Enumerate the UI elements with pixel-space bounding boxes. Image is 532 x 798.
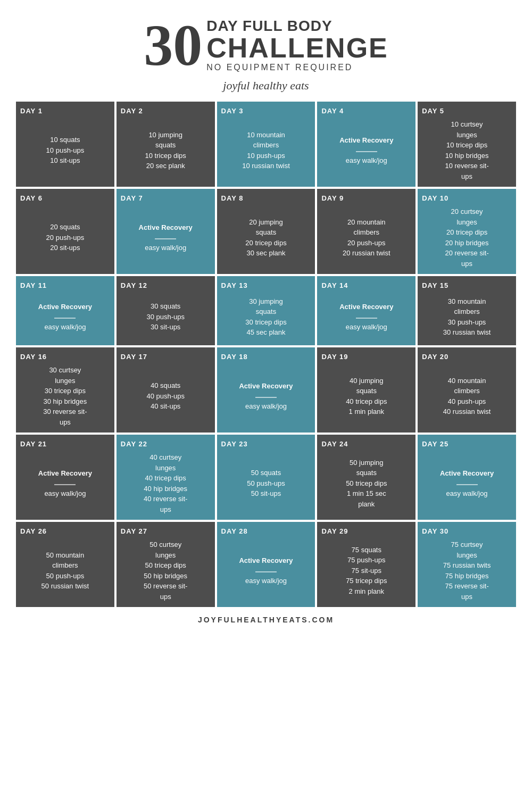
day-content: 20 squats20 push-ups20 sit-ups (46, 206, 85, 269)
day-content: Active Recoveryeasy walk/jog (139, 206, 193, 269)
day-content: 20 jumpingsquats20 tricep dips30 sec pla… (245, 206, 286, 269)
day-line-3: 10 russian twist (242, 161, 290, 171)
day-line-2: 40 sit-ups (151, 401, 180, 412)
day-line-3: 20 hip bridges (445, 238, 489, 248)
day-content: 30 mountainclimbers30 push-ups30 russian… (443, 294, 491, 340)
day-line-1: squats (356, 386, 377, 396)
day-content: 40 mountainclimbers40 push-ups40 russian… (443, 365, 491, 427)
day-content: Active Recoveryeasy walk/jog (440, 452, 494, 514)
day-content: 10 curtseylunges10 tricep dips10 hip bri… (445, 119, 488, 181)
day-cell-27: DAY 2750 curtseylunges50 tricep dips50 h… (117, 522, 215, 607)
day-label: DAY 20 (422, 353, 448, 361)
day-label: DAY 23 (221, 440, 248, 448)
day-line-1: climbers (52, 560, 78, 571)
day-line-2: 10 tricep dips (145, 151, 186, 161)
day-line-1: lunges (155, 550, 176, 561)
recovery-subtitle: easy walk/jog (44, 322, 86, 332)
divider (155, 238, 176, 239)
day-line-5: ups (60, 417, 71, 428)
day-line-5: ups (461, 171, 472, 182)
day-line-1: climbers (354, 227, 379, 238)
day-content: 40 squats40 push-ups40 sit-ups (146, 365, 185, 427)
day-content: 10 jumpingsquats10 tricep dips20 sec pla… (145, 119, 186, 181)
divider (255, 571, 277, 572)
day-line-1: squats (155, 140, 176, 151)
day-cell-3: DAY 310 mountainclimbers10 push-ups10 ru… (217, 102, 315, 187)
day-line-3: 75 tricep dips (346, 576, 387, 586)
day-line-1: 50 push-ups (247, 478, 285, 489)
day-content: 30 curtseylunges30 tricep dips30 hip bri… (43, 365, 87, 427)
day-content: 30 squats30 push-ups30 sit-ups (146, 294, 185, 340)
recovery-subtitle: easy walk/jog (346, 322, 387, 332)
day-label: DAY 29 (321, 527, 348, 535)
day-line-2: 40 push-ups (448, 396, 486, 407)
day-line-2: 50 tricep dips (346, 478, 387, 489)
day-cell-17: DAY 1740 squats40 push-ups40 sit-ups (117, 347, 215, 433)
day-label: DAY 22 (121, 440, 147, 448)
header-line2: CHALLENGE (206, 34, 388, 62)
day-label: DAY 6 (20, 194, 43, 202)
header-top: 30 DAY FULL BODY CHALLENGE NO EQUIPMENT … (16, 16, 516, 74)
day-content: Active Recoveryeasy walk/jog (339, 294, 393, 340)
page: 30 DAY FULL BODY CHALLENGE NO EQUIPMENT … (0, 0, 532, 644)
day-label: DAY 5 (422, 107, 444, 115)
day-line-2: 30 tricep dips (45, 386, 86, 396)
day-line-3: 1 min plank (349, 406, 384, 417)
day-label: DAY 3 (221, 107, 244, 115)
day-cell-9: DAY 920 mountainclimbers20 push-ups20 ru… (317, 189, 415, 274)
recovery-subtitle: easy walk/jog (145, 243, 186, 253)
day-line-3: 40 russian twist (443, 406, 491, 417)
day-content: 75 curtseylunges75 russian twits75 hip b… (443, 539, 491, 602)
day-label: DAY 7 (121, 194, 143, 202)
day-line-2: 10 tricep dips (446, 140, 487, 151)
day-line-3: 30 hip bridges (44, 396, 87, 407)
day-cell-18: DAY 18Active Recoveryeasy walk/jog (217, 347, 315, 433)
day-line-2: 10 push-ups (247, 151, 285, 161)
day-line-0: 50 jumping (350, 458, 384, 468)
recovery-title: Active Recovery (239, 381, 293, 392)
day-cell-1: DAY 110 squats10 push-ups10 sit-ups (16, 102, 114, 187)
day-line-2: 50 tricep dips (145, 560, 186, 571)
day-line-3: 20 russian twist (343, 248, 390, 259)
day-cell-29: DAY 2975 squats75 push-ups75 sit-ups75 t… (317, 522, 415, 607)
day-line-0: 20 jumping (249, 217, 283, 228)
day-line-1: 30 push-ups (146, 312, 185, 322)
day-line-3: 45 sec plank (246, 327, 285, 338)
day-line-2: 75 russian twits (443, 560, 491, 571)
day-line-0: 50 mountain (46, 550, 85, 561)
day-line-3: 20 sec plank (146, 161, 185, 171)
day-cell-25: DAY 25Active Recoveryeasy walk/jog (418, 435, 516, 520)
day-content: 40 curtseylunges40 tricep dips40 hip bri… (144, 452, 187, 514)
day-line-2: 20 sit-ups (50, 243, 80, 253)
day-line-2: 30 tricep dips (245, 317, 286, 328)
day-line-2: 50 sit-ups (251, 488, 281, 499)
day-cell-26: DAY 2650 mountainclimbers50 push-ups50 r… (16, 522, 114, 607)
day-content: 50 jumpingsquats50 tricep dips1 min 15 s… (346, 452, 387, 514)
day-line-0: 30 squats (151, 301, 180, 312)
divider (54, 318, 76, 319)
day-line-5: ups (160, 504, 171, 515)
day-line-1: 10 push-ups (46, 145, 85, 156)
day-cell-23: DAY 2350 squats50 push-ups50 sit-ups (217, 435, 315, 520)
day-content: Active Recoveryeasy walk/jog (239, 539, 293, 602)
day-label: DAY 2 (121, 107, 143, 115)
recovery-title: Active Recovery (339, 302, 393, 312)
day-line-4: 75 reverse sit- (445, 581, 488, 592)
day-label: DAY 8 (221, 194, 244, 202)
day-line-4: 2 min plank (349, 586, 384, 597)
day-line-0: 30 curtsey (49, 365, 81, 376)
header: 30 DAY FULL BODY CHALLENGE NO EQUIPMENT … (16, 11, 516, 102)
day-label: DAY 30 (422, 527, 448, 535)
day-cell-7: DAY 7Active Recoveryeasy walk/jog (117, 189, 215, 274)
recovery-title: Active Recovery (239, 555, 293, 566)
day-line-1: squats (256, 227, 276, 238)
day-line-3: 50 russian twist (41, 581, 89, 592)
divider (255, 397, 277, 398)
day-line-0: 30 jumping (249, 296, 283, 307)
day-cell-4: DAY 4Active Recoveryeasy walk/jog (317, 102, 415, 187)
day-line-1: lunges (55, 376, 75, 386)
day-cell-10: DAY 1020 curtseylunges20 tricep dips20 h… (418, 189, 516, 274)
day-content: Active Recoveryeasy walk/jog (38, 294, 92, 340)
day-line-0: 20 mountain (347, 217, 386, 228)
day-cell-28: DAY 28Active Recoveryeasy walk/jog (217, 522, 315, 607)
